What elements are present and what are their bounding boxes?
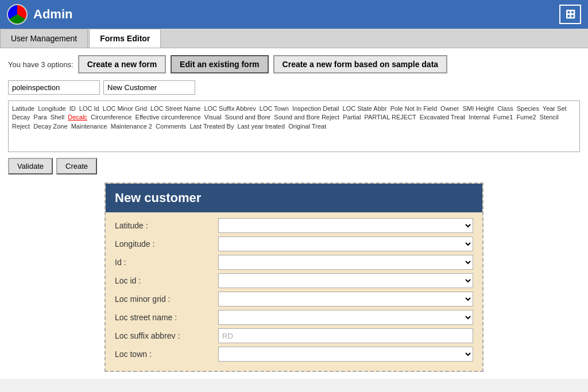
nav-tabs: User Management Forms Editor <box>0 29 588 48</box>
create-from-sample-button[interactable]: Create a new form based on sample data <box>273 55 448 73</box>
field-label-id: Id : <box>115 258 218 267</box>
field-input-latitude[interactable] <box>218 218 473 233</box>
preview-title: New customer <box>106 184 482 212</box>
options-label: You have 3 options: <box>8 60 74 69</box>
field-input-loc-suffix-abbrev[interactable] <box>218 328 473 343</box>
preview-container: New customer Latitude : Longitude : Id :… <box>105 183 483 372</box>
tab-user-management[interactable]: User Management <box>0 29 88 48</box>
field-row-latitude: Latitude : <box>115 218 473 233</box>
field-input-longitude[interactable] <box>218 236 473 251</box>
field-label-latitude: Latitude : <box>115 221 218 230</box>
field-row-loc-id: Loc id : <box>115 273 473 288</box>
field-row-loc-minor-grid: Loc minor grid : <box>115 292 473 306</box>
field-row-loc-suffix-abbrev: Loc suffix abbrev : <box>115 328 473 343</box>
edit-existing-form-button[interactable]: Edit an existing form <box>171 55 268 73</box>
exit-button[interactable]: ⊞ <box>559 5 581 24</box>
create-new-form-button[interactable]: Create a new form <box>78 55 166 73</box>
form-display-name-input[interactable] <box>103 80 195 95</box>
field-row-loc-street-name: Loc street name : <box>115 310 473 325</box>
field-label-longitude: Longitude : <box>115 239 218 249</box>
create-button[interactable]: Create <box>56 158 97 174</box>
fields-area: Latitude Longitude ID LOC Id LOC Minor G… <box>8 100 580 152</box>
field-row-longitude: Longitude : <box>115 236 473 251</box>
field-input-loc-town[interactable] <box>218 347 473 362</box>
options-bar: You have 3 options: Create a new form Ed… <box>8 55 580 73</box>
app-header: Admin ⊞ <box>0 0 588 29</box>
header-left: Admin <box>7 4 72 25</box>
preview-form: Latitude : Longitude : Id : Loc id : Loc… <box>106 212 482 371</box>
field-label-loc-minor-grid: Loc minor grid : <box>115 294 218 304</box>
field-row-loc-town: Loc town : <box>115 347 473 362</box>
field-input-loc-id[interactable] <box>218 273 473 288</box>
app-logo <box>7 4 28 25</box>
tab-forms-editor[interactable]: Forms Editor <box>89 29 161 48</box>
field-input-loc-street-name[interactable] <box>218 310 473 325</box>
field-row-id: Id : <box>115 255 473 270</box>
form-name-input[interactable] <box>8 80 100 95</box>
field-label-loc-suffix-abbrev: Loc suffix abbrev : <box>115 331 218 340</box>
action-buttons: Validate Create <box>8 158 580 174</box>
field-label-loc-street-name: Loc street name : <box>115 313 218 322</box>
validate-button[interactable]: Validate <box>8 158 53 174</box>
app-title: Admin <box>33 7 72 22</box>
field-input-id[interactable] <box>218 255 473 270</box>
field-input-loc-minor-grid[interactable] <box>218 292 473 306</box>
main-content: You have 3 options: Create a new form Ed… <box>0 48 588 379</box>
field-label-loc-id: Loc id : <box>115 276 218 285</box>
field-label-loc-town: Loc town : <box>115 350 218 359</box>
form-name-row <box>8 80 580 95</box>
